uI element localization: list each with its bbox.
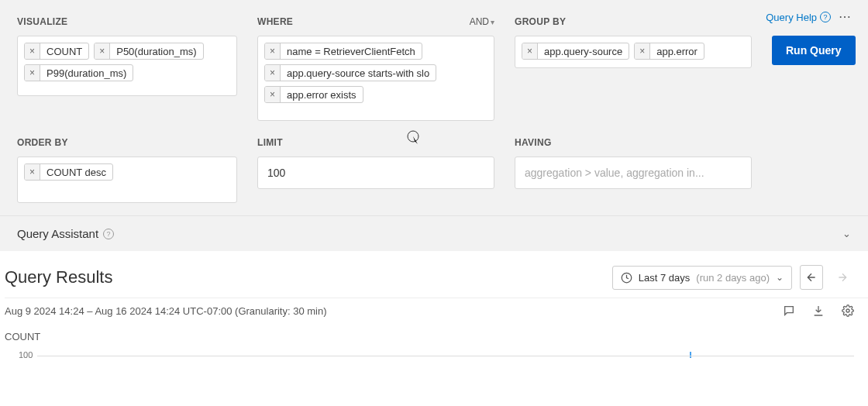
where-token: × name = RetrieverClientFetch (264, 43, 422, 60)
limit-input[interactable] (257, 157, 494, 189)
having-input[interactable] (515, 157, 752, 189)
chart-title: COUNT (5, 331, 854, 342)
remove-token-icon[interactable]: × (25, 43, 40, 59)
orderby-input[interactable]: × COUNT desc (17, 157, 237, 203)
nav-back-button[interactable] (800, 265, 823, 290)
where-input[interactable]: × name = RetrieverClientFetch × app.quer… (257, 36, 494, 121)
settings-button[interactable] (842, 304, 854, 317)
visualize-label: VISUALIZE (17, 16, 67, 27)
remove-token-icon[interactable]: × (265, 43, 281, 59)
results-timestamp: Aug 9 2024 14:24 – Aug 16 2024 14:24 UTC… (5, 305, 327, 317)
query-assistant-toggle[interactable]: Query Assistant ? ⌄ (0, 215, 868, 251)
groupby-token: × app.error (634, 43, 704, 60)
groupby-input[interactable]: × app.query-source × app.error (515, 36, 752, 68)
remove-token-icon[interactable]: × (265, 87, 281, 102)
query-help-label: Query Help (766, 12, 817, 23)
chevron-down-icon: ⌄ (776, 272, 784, 283)
where-mode-label: AND (470, 16, 489, 27)
visualize-token: × P50(duration_ms) (94, 43, 203, 60)
remove-token-icon[interactable]: × (25, 164, 40, 180)
token-label: COUNT desc (40, 164, 112, 180)
visualize-input[interactable]: × COUNT × P50(duration_ms) × P99(duratio… (17, 36, 237, 96)
having-label: HAVING (515, 137, 552, 148)
chart-y-tick: 100 (19, 350, 33, 360)
where-mode-toggle[interactable]: AND ▾ (470, 16, 494, 27)
remove-token-icon[interactable]: × (25, 65, 40, 81)
visualize-token: × COUNT (24, 43, 89, 60)
time-range-secondary: (run 2 days ago) (696, 272, 770, 284)
token-label: P99(duration_ms) (40, 65, 133, 81)
chart-container: COUNT 100 (5, 323, 868, 360)
download-icon (812, 304, 825, 317)
query-builder-panel: Query Help ? ⋯ VISUALIZE × COUNT × P50(d… (0, 0, 868, 215)
arrow-back-icon (805, 271, 818, 284)
remove-token-icon[interactable]: × (522, 43, 538, 59)
help-icon: ? (820, 12, 831, 22)
token-label: COUNT (40, 43, 88, 59)
svg-point-2 (846, 309, 849, 312)
run-query-button[interactable]: Run Query (772, 36, 856, 65)
more-menu-icon[interactable]: ⋯ (839, 11, 851, 23)
chevron-down-icon: ⌄ (842, 228, 851, 239)
token-label: app.error (650, 43, 704, 59)
query-assistant-label: Query Assistant (17, 227, 98, 240)
token-label: app.query-source starts-with slo (281, 65, 436, 81)
nav-forward-button (831, 265, 854, 290)
visualize-token: × P99(duration_ms) (24, 64, 133, 81)
where-token: × app.query-source starts-with slo (264, 64, 436, 81)
chevron-down-icon: ▾ (491, 18, 494, 26)
orderby-label: ORDER BY (17, 137, 68, 148)
remove-token-icon[interactable]: × (265, 65, 281, 81)
results-title: Query Results (5, 267, 112, 287)
token-label: app.error exists (281, 87, 363, 102)
download-button[interactable] (812, 304, 825, 317)
where-label: WHERE (257, 16, 293, 27)
results-panel: Query Results Last 7 days (run 2 days ag… (0, 251, 868, 360)
help-icon: ? (103, 229, 114, 239)
groupby-label: GROUP BY (515, 16, 566, 27)
arrow-forward-icon (836, 271, 849, 284)
orderby-token: × COUNT desc (24, 163, 113, 181)
time-range-selector[interactable]: Last 7 days (run 2 days ago) ⌄ (612, 266, 792, 290)
comment-button[interactable] (783, 304, 795, 317)
time-range-primary: Last 7 days (639, 272, 691, 284)
groupby-token: × app.query-source (522, 43, 629, 60)
query-help-link[interactable]: Query Help ? (766, 12, 831, 23)
token-label: P50(duration_ms) (110, 43, 202, 59)
clock-icon (621, 272, 632, 284)
where-token: × app.error exists (264, 86, 363, 103)
gear-icon (842, 304, 854, 317)
comment-icon (783, 304, 795, 317)
remove-token-icon[interactable]: × (95, 43, 110, 59)
token-label: app.query-source (538, 43, 629, 59)
token-label: name = RetrieverClientFetch (281, 43, 422, 59)
chart-data-marker (690, 352, 691, 358)
remove-token-icon[interactable]: × (635, 43, 650, 59)
limit-label: LIMIT (257, 137, 283, 148)
